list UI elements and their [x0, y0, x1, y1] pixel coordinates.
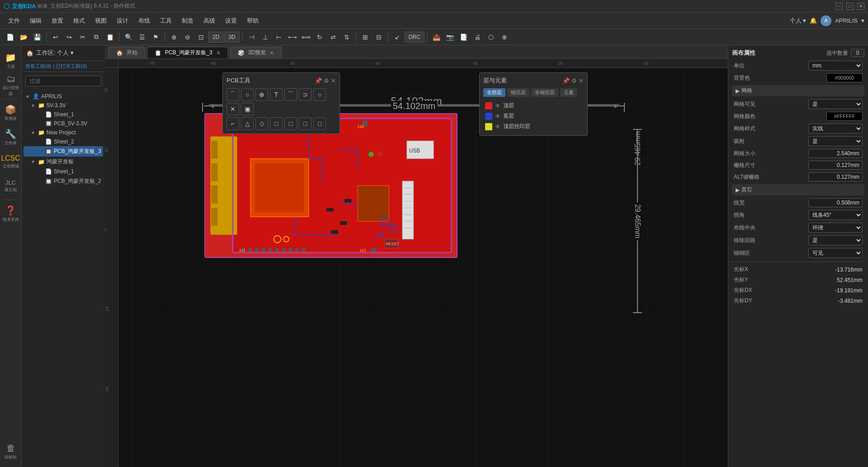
expand-newproj[interactable]: ▼ — [31, 130, 36, 135]
align-left-button[interactable]: ⊣ — [245, 31, 258, 43]
tree-sheet1-5v33[interactable]: ▶ 📄 Sheet_1 — [24, 110, 103, 119]
pcb-tool-circle2[interactable]: ○ — [313, 88, 326, 101]
pcb-tool-circle[interactable]: ○ — [241, 88, 254, 101]
tree-sheet2[interactable]: ▶ 📄 Sheet_2 — [24, 137, 103, 146]
expand-hongmeng[interactable]: ▼ — [31, 159, 36, 164]
pdf-button[interactable]: 📑 — [458, 31, 470, 43]
pcb-tool-diamond[interactable]: ◇ — [255, 117, 268, 130]
menu-route[interactable]: 布线 — [134, 15, 155, 27]
filter-button[interactable]: ☰ — [136, 31, 148, 43]
user-personal-label[interactable]: 个人 ▾ — [790, 17, 807, 25]
pcb-tool-arc2[interactable]: ⌒ — [284, 88, 297, 101]
layer-tab-noncopper[interactable]: 非铜箔层 — [531, 88, 558, 97]
tree-pcb-hongmeng2[interactable]: ▶ 🔲 PCB_鸿蒙开发板_2 — [24, 176, 103, 186]
canvas-area[interactable]: -70 -60 -50 -40 -30 -20 -10 20 10 0 -10 … — [105, 59, 728, 467]
flip-button[interactable]: ⇄ — [327, 31, 340, 43]
distribute-h-button[interactable]: ⟷ — [286, 31, 299, 43]
prop-unit-select[interactable]: mm mil inch — [808, 61, 863, 71]
open-button[interactable]: 📂 — [17, 31, 30, 43]
cut-button[interactable]: ✂ — [76, 31, 89, 43]
layer-eye-topsilk[interactable]: 👁 — [495, 124, 500, 130]
save-button[interactable]: 💾 — [31, 31, 43, 43]
rotate-button[interactable]: ↻ — [313, 31, 326, 43]
pcb-tools-settings-icon[interactable]: ⚙ — [324, 77, 329, 84]
prop-grid-size-input[interactable] — [808, 149, 863, 158]
tree-folder-newproj[interactable]: ▼ 📁 New Project — [24, 128, 103, 137]
pcb-tool-text[interactable]: T — [270, 88, 283, 101]
pcb-tool-square2[interactable]: □ — [284, 117, 297, 130]
drc-button[interactable]: DRC — [405, 32, 425, 43]
tab-pcb3-close[interactable]: ✕ — [216, 50, 221, 56]
user-dropdown-icon[interactable]: ▾ — [861, 17, 864, 24]
layer-item-top[interactable]: 👁 顶层 — [483, 100, 584, 111]
all-projects-link[interactable]: 所有工程(8) — [25, 63, 51, 70]
menu-settings[interactable]: 设置 — [221, 15, 241, 27]
group-button[interactable]: ⊞ — [359, 31, 372, 43]
prop-remove-loop-select[interactable]: 是 否 — [808, 235, 863, 245]
prop-corner-select[interactable]: 线条45° 线条90° 圆弧 — [808, 210, 863, 220]
prop-alt-grid-input[interactable] — [808, 172, 863, 181]
layer-item-topsilk[interactable]: 👁 顶层丝印层 — [483, 121, 584, 132]
print-button[interactable]: 🖨 — [471, 31, 484, 43]
layers-close-icon[interactable]: ✕ — [579, 77, 584, 84]
open-projects-link[interactable]: | 已打开工程(3) — [53, 63, 86, 70]
ungroup-button[interactable]: ⊟ — [373, 31, 385, 43]
menu-design[interactable]: 设计 — [112, 15, 133, 27]
trash-button[interactable]: 🗑 回收站 — [1, 440, 21, 463]
layer-tab-elements[interactable]: 元素 — [560, 88, 577, 97]
layer-item-bottom[interactable]: 👁 底层 — [483, 111, 584, 121]
pcb-tool-cross[interactable]: ⊕ — [255, 88, 268, 101]
copy-button[interactable]: ⧉ — [90, 31, 103, 43]
mode-2d-button[interactable]: 2D — [208, 32, 223, 43]
import-button[interactable]: ↙ — [391, 31, 404, 43]
bell-icon[interactable]: 🔔 — [810, 17, 817, 24]
tree-root-aprilis[interactable]: ▼ 👤 APRILIS — [24, 92, 103, 101]
tab-home[interactable]: 🏠 开始 — [108, 47, 145, 58]
tree-pcb-5v33[interactable]: ▶ 🔲 PCB_5V-3.3V — [24, 119, 103, 128]
layer-tab-copper[interactable]: 铜箔层 — [507, 88, 529, 97]
menu-place[interactable]: 放置 — [47, 15, 68, 27]
zoom-out-button[interactable]: ⊖ — [181, 31, 194, 43]
pcb-tool-triangle[interactable]: △ — [241, 117, 254, 130]
zoom-fit-button[interactable]: ⊡ — [195, 31, 208, 43]
prop-bgcolor-box[interactable]: #000000 — [826, 73, 863, 82]
paste-button[interactable]: 📋 — [104, 31, 116, 43]
avatar[interactable]: A — [821, 15, 831, 26]
expand-5v33[interactable]: ▼ — [31, 103, 36, 108]
search-button[interactable]: 🔍 — [122, 31, 135, 43]
new-button[interactable]: 📄 — [4, 31, 16, 43]
sidebar-item-jlc[interactable]: JLC 嘉立创 — [1, 174, 21, 198]
prop-snap-select[interactable]: 是 否 — [808, 136, 863, 146]
align-center-button[interactable]: ⊥ — [259, 31, 272, 43]
maximize-button[interactable]: □ — [846, 3, 854, 10]
tree-folder-5v33[interactable]: ▼ 📁 5V-3.3V — [24, 101, 103, 110]
tree-pcb-hongmeng3[interactable]: ▶ 🔲 PCB_鸿蒙开发板_3 — [24, 146, 103, 157]
tree-sheet1-hongmeng[interactable]: ▶ 📄 Sheet_1 — [24, 167, 103, 176]
gerber-button[interactable]: ⬡ — [485, 31, 497, 43]
pcb-tool-square4[interactable]: □ — [313, 117, 326, 130]
export-button[interactable]: 📤 — [430, 31, 443, 43]
layer-eye-bottom[interactable]: 👁 — [495, 113, 500, 119]
distribute-v-button[interactable]: ⟺ — [300, 31, 312, 43]
menu-advanced[interactable]: 高级 — [199, 15, 220, 27]
workspace-label[interactable]: 工作区: 个人 ▾ — [36, 49, 74, 57]
layers-button[interactable]: ⊕ — [498, 31, 511, 43]
zoom-in-button[interactable]: ⊕ — [168, 31, 180, 43]
menu-tools[interactable]: 工具 — [156, 15, 176, 27]
pcb-tool-arc[interactable]: ⌒ — [226, 88, 239, 101]
menu-file[interactable]: 文件 — [4, 15, 24, 27]
pcb-tool-rect[interactable]: ▣ — [241, 103, 254, 115]
menu-edit[interactable]: 编辑 — [25, 15, 46, 27]
expand-aprilis[interactable]: ▼ — [25, 94, 31, 99]
pcb-board[interactable]: USB — [204, 113, 458, 258]
menu-manufacture[interactable]: 制造 — [177, 15, 198, 27]
flag-button[interactable]: ⚑ — [149, 31, 162, 43]
tab-3d-close[interactable]: ✕ — [269, 50, 274, 56]
layer-eye-top[interactable]: 👁 — [495, 103, 500, 109]
prop-route-center-select[interactable]: 环绕 中央 — [808, 223, 863, 233]
layers-pin-icon[interactable]: 📌 — [562, 77, 570, 84]
mirror-button[interactable]: ⇅ — [340, 31, 353, 43]
pcb-tool-corner[interactable]: ⌐ — [226, 117, 239, 130]
prop-grid-visible-select[interactable]: 是 否 — [808, 99, 863, 109]
pcb-tools-pin-icon[interactable]: 📌 — [315, 77, 322, 84]
